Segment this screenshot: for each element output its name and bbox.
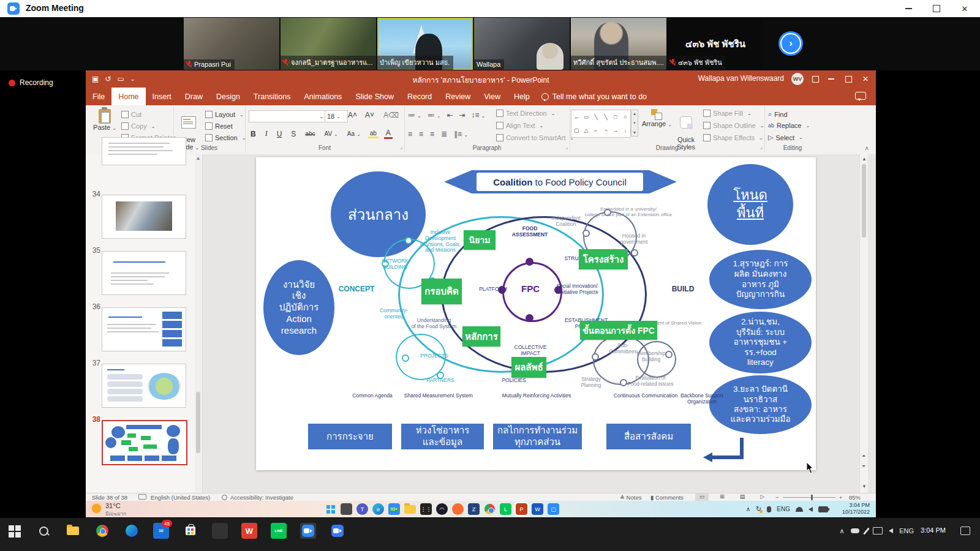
zoom-in-button[interactable]: + [839, 494, 843, 501]
shape-fill-button[interactable]: Shape Fill⌄ [703, 110, 752, 117]
copy-button[interactable]: Copy⌄ [121, 122, 155, 130]
search-icon[interactable] [36, 523, 51, 539]
decrease-indent-button[interactable]: ⇤ [447, 111, 453, 119]
zoom-percentage[interactable]: 85% [849, 494, 861, 501]
local-clock[interactable]: 3:04 PM [921, 518, 946, 544]
shape-gallery[interactable]: ↔▭╲╲□○ ▢△⌐¬→↓ [571, 110, 631, 138]
zoom-maximize-button[interactable] [922, 0, 951, 17]
grow-font-button[interactable]: A˄ [348, 111, 357, 119]
app-z-icon[interactable]: Z [468, 503, 480, 515]
opera-icon[interactable] [452, 503, 464, 515]
font-color-button[interactable]: A [384, 129, 393, 139]
slide-thumbnail-35[interactable] [102, 251, 186, 295]
font-size-combobox[interactable]: 18⌄ [325, 110, 348, 122]
tab-help[interactable]: Help [507, 88, 537, 105]
display-icon[interactable] [873, 527, 883, 534]
start-icon[interactable] [6, 523, 22, 539]
mic-icon[interactable] [767, 506, 771, 512]
input-language[interactable]: ENG [899, 527, 914, 534]
word-icon[interactable]: W [532, 503, 543, 515]
app-grid-icon[interactable]: ⋮⋮ [420, 503, 432, 515]
normal-view-button[interactable]: ▭ [695, 493, 709, 501]
battery-icon[interactable] [818, 506, 828, 512]
comments-bubble-icon[interactable] [855, 92, 866, 100]
tab-record[interactable]: Record [401, 88, 439, 105]
zoom-slider[interactable] [783, 497, 835, 498]
font-name-combobox[interactable]: ⌄ [249, 110, 326, 122]
shape-outline-button[interactable]: Shape Outline⌄ [703, 122, 764, 129]
accessibility-status[interactable]: Accessibility: Investigate [230, 494, 293, 501]
shrink-font-button[interactable]: A˅ [365, 111, 374, 119]
tab-transitions[interactable]: Transitions [247, 88, 298, 105]
tab-insert[interactable]: Insert [146, 88, 178, 105]
zoom-minimize-button[interactable] [894, 0, 922, 17]
tab-review[interactable]: Review [439, 88, 477, 105]
notes-button[interactable]: ≜ Notes [620, 494, 641, 501]
cut-button[interactable]: Cut [121, 111, 141, 118]
underline-button[interactable]: U [275, 130, 284, 138]
tray-chevron-icon[interactable]: ∧ [840, 527, 845, 535]
tab-file[interactable]: File [86, 88, 111, 105]
numbering-button[interactable]: ≕⌄ [428, 111, 441, 119]
reset-button[interactable]: Reset [205, 122, 233, 130]
justify-button[interactable]: ≣ [441, 130, 447, 138]
bullets-button[interactable]: ≔⌄ [408, 111, 421, 119]
zoom-icon-active[interactable] [300, 523, 316, 539]
line-icon[interactable]: LINE [271, 523, 287, 539]
chat-badge-icon[interactable]: 99+ [388, 503, 400, 515]
slideshow-view-button[interactable]: ▷ [756, 493, 769, 501]
pen-icon[interactable] [863, 527, 869, 534]
notification-center-icon[interactable] [960, 518, 970, 544]
character-spacing-button[interactable]: AV⌄ [322, 130, 339, 137]
weather-condition[interactable]: มีเมฆมาก [105, 510, 126, 518]
file-explorer-icon[interactable] [65, 523, 81, 539]
align-left-button[interactable]: ≡ [408, 130, 412, 138]
zoom-app-icon-shared[interactable]: ▢ [548, 503, 559, 515]
italic-button[interactable]: I [263, 129, 270, 138]
collapse-ribbon-icon[interactable]: ˄ [865, 145, 869, 152]
tab-home[interactable]: Home [111, 88, 145, 105]
line-icon[interactable]: L [500, 503, 511, 515]
scroll-down-icon[interactable]: ▼ [862, 484, 867, 489]
participant-tile[interactable]: ๔๓๖ พัช พัชริน ๔๓๖ พัช พัชริน [668, 18, 763, 70]
slide-sorter-view-button[interactable]: ⊞ [715, 493, 729, 501]
zoom-out-button[interactable]: − [775, 494, 779, 501]
text-direction-button[interactable]: Text Direction⌄ [496, 110, 555, 117]
align-right-button[interactable]: ≡ [430, 130, 434, 138]
slide-thumbnail-38-selected[interactable] [102, 420, 187, 465]
thumbnail-scrollbar[interactable]: ▲ [195, 154, 202, 493]
slide-thumbnail-37[interactable] [102, 364, 186, 408]
next-slide-icon[interactable]: ⏷ [862, 463, 865, 470]
start-icon[interactable] [325, 503, 336, 515]
bold-button[interactable]: B [249, 130, 258, 138]
paste-button[interactable]: Paste⌄ [91, 109, 119, 131]
participant-tile[interactable]: จงกลนี_มาตรฐานอาหารแ... [281, 18, 376, 70]
shape-effects-button[interactable]: Shape Effects⌄ [703, 134, 763, 141]
edge-icon[interactable]: e [372, 503, 384, 515]
slide-thumbnail-partial[interactable] [102, 137, 186, 165]
chrome-icon[interactable] [94, 523, 110, 539]
strikethrough-button[interactable]: abc [303, 130, 317, 137]
align-text-button[interactable]: Align Text⌄ [496, 122, 543, 129]
change-case-button[interactable]: Aa⌄ [345, 130, 363, 137]
text-shadow-button[interactable]: S [289, 130, 298, 138]
onedrive-icon[interactable] [851, 528, 859, 533]
paragraph-dialog-launcher[interactable]: ⌟ [565, 144, 568, 150]
tray-chevron-icon[interactable]: ∧ [746, 506, 750, 512]
find-button[interactable]: ⌕Find [768, 110, 788, 118]
next-participants-button[interactable]: › [780, 33, 801, 54]
weather-sun-icon[interactable] [92, 504, 101, 513]
font-dialog-launcher[interactable]: ⌟ [400, 144, 402, 150]
account-name[interactable]: Wallapa van Willenswaard [698, 74, 784, 83]
shared-clock[interactable]: 3:04 PM 10/17/2022 [842, 502, 870, 516]
input-language[interactable]: ENG [777, 506, 790, 512]
wifi-icon[interactable] [796, 507, 803, 512]
teams-icon[interactable]: T [356, 503, 368, 515]
participant-tile[interactable]: Wallapa [474, 18, 570, 70]
wps-icon[interactable]: W [241, 523, 257, 539]
participant-tile[interactable]: ทวีศักดิ์ สุขรัตน์ ประธานสมพ.... [571, 18, 666, 70]
store-icon[interactable] [183, 523, 198, 539]
section-button[interactable]: Section⌄ [205, 134, 246, 141]
slide-number-status[interactable]: Slide 38 of 38 [92, 494, 127, 501]
camera-app-icon[interactable] [330, 523, 345, 539]
